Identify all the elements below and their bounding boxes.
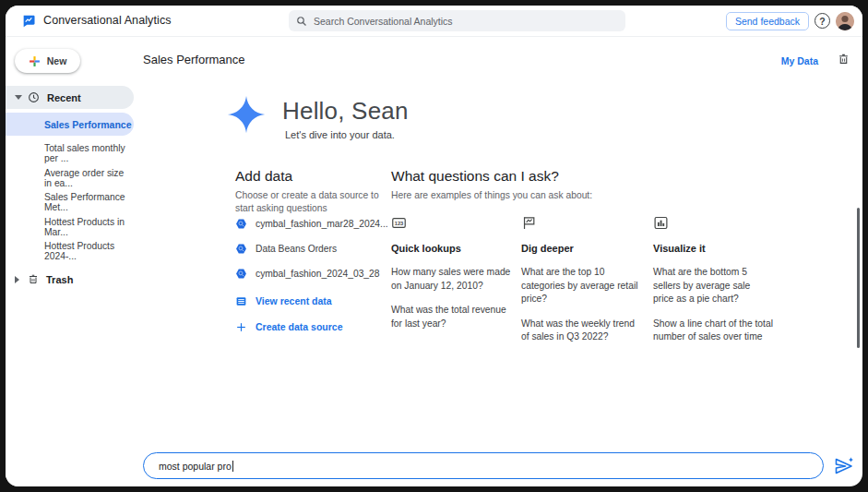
trash-section-label: Trash <box>46 274 73 285</box>
plus-icon <box>235 321 247 333</box>
app-title: Conversational Analytics <box>43 14 172 27</box>
greeting-text: Hello, Sean <box>282 97 409 126</box>
sidebar-item-average-order[interactable]: Average order size in ea... <box>6 166 134 189</box>
gemini-sparkle-icon <box>225 93 268 139</box>
question-column-dig-deeper: Dig deeper What are the top 10 categorie… <box>521 215 641 355</box>
trash-icon <box>28 273 39 285</box>
help-icon[interactable]: ? <box>814 13 830 29</box>
send-prompt-button[interactable] <box>833 455 855 477</box>
send-sparkle-icon <box>833 455 855 477</box>
new-button-label: New <box>47 55 67 66</box>
create-data-source-link[interactable]: Create data source <box>235 319 343 334</box>
svg-text:123: 123 <box>395 221 403 226</box>
data-source-item[interactable]: cymbal_fashion_mar28_2024... <box>235 216 388 231</box>
text-cursor <box>232 461 233 472</box>
questions-title: What questions can I ask? <box>391 168 559 185</box>
bigquery-hexagon-icon <box>235 218 247 230</box>
sidebar-section-recent[interactable]: Recent <box>6 86 134 109</box>
example-question[interactable]: How many sales were made on January 12, … <box>391 266 511 293</box>
data-source-label: cymbal_fashion_2024_03_28 <box>256 269 380 279</box>
page-title: Sales Performance <box>143 53 245 66</box>
my-data-link[interactable]: My Data <box>781 55 818 66</box>
greeting-subtitle: Let's dive into your data. <box>285 129 395 140</box>
sidebar-section-trash[interactable]: Trash <box>6 268 134 291</box>
top-bar: Conversational Analytics Send feedback ? <box>6 6 862 37</box>
view-recent-data-label: View recent data <box>256 295 332 306</box>
send-feedback-button[interactable]: Send feedback <box>726 12 809 30</box>
bar-chart-icon <box>653 215 773 232</box>
example-question[interactable]: What are the top 10 categories by averag… <box>521 266 641 306</box>
data-source-item[interactable]: cymbal_fashion_2024_03_28 <box>235 266 380 281</box>
chevron-right-icon[interactable] <box>15 276 22 283</box>
questions-subtitle: Here are examples of things you can ask … <box>391 190 592 200</box>
example-question[interactable]: What are the bottom 5 sellers by average… <box>653 266 773 306</box>
trend-flag-icon <box>521 215 641 232</box>
delete-conversation-icon[interactable] <box>838 53 850 69</box>
search-icon <box>296 16 307 27</box>
sidebar-item-sales-perf-met[interactable]: Sales Performance Met... <box>6 190 134 213</box>
question-column-title: Dig deeper <box>521 243 641 254</box>
sidebar-item-hottest-mar[interactable]: Hottest Products in Mar... <box>6 215 134 238</box>
example-question[interactable]: What was the weekly trend of sales in Q3… <box>521 318 641 344</box>
clock-icon <box>28 91 40 103</box>
search-bar[interactable] <box>289 10 625 31</box>
app-logo-icon <box>21 14 36 29</box>
add-data-title: Add data <box>235 168 292 185</box>
chat-prompt-input[interactable]: most popular pro <box>143 452 824 479</box>
view-recent-data-link[interactable]: View recent data <box>235 294 332 308</box>
data-source-item[interactable]: Data Beans Orders <box>235 241 337 256</box>
list-icon <box>235 295 247 307</box>
app-window: Conversational Analytics Send feedback ?… <box>6 6 862 486</box>
example-question[interactable]: What was the total revenue for last year… <box>391 304 511 330</box>
recent-section-label: Recent <box>47 92 81 103</box>
create-data-source-label: Create data source <box>256 321 343 332</box>
sidebar-item-sales-performance[interactable]: Sales Performance <box>6 113 134 136</box>
plus-multicolor-icon <box>29 55 41 67</box>
data-source-label: Data Beans Orders <box>256 244 337 254</box>
vertical-scrollbar[interactable] <box>857 208 860 348</box>
question-column-title: Visualize it <box>653 243 773 254</box>
example-question[interactable]: Show a line chart of the total number of… <box>653 318 773 344</box>
search-input[interactable] <box>314 16 618 27</box>
add-data-subtitle: Choose or create a data source to start … <box>235 189 387 215</box>
data-source-label: cymbal_fashion_mar28_2024... <box>256 219 388 229</box>
numbers-123-icon: 123 <box>391 215 511 232</box>
sidebar: New Recent Sales Performance Total sales… <box>6 37 139 486</box>
question-column-visualize-it: Visualize it What are the bottom 5 selle… <box>653 215 773 355</box>
question-column-title: Quick lookups <box>391 243 511 254</box>
question-column-quick-lookups: 123 Quick lookups How many sales were ma… <box>391 215 511 342</box>
new-button[interactable]: New <box>15 49 80 73</box>
sidebar-item-hottest-2024[interactable]: Hottest Products 2024-... <box>6 239 134 262</box>
sidebar-item-total-sales[interactable]: Total sales monthly per ... <box>6 141 134 164</box>
avatar[interactable] <box>836 12 854 30</box>
bigquery-hexagon-icon <box>235 268 247 280</box>
chevron-down-icon[interactable] <box>15 95 22 100</box>
bigquery-hexagon-icon <box>235 243 247 255</box>
prompt-text: most popular pro <box>159 461 232 472</box>
